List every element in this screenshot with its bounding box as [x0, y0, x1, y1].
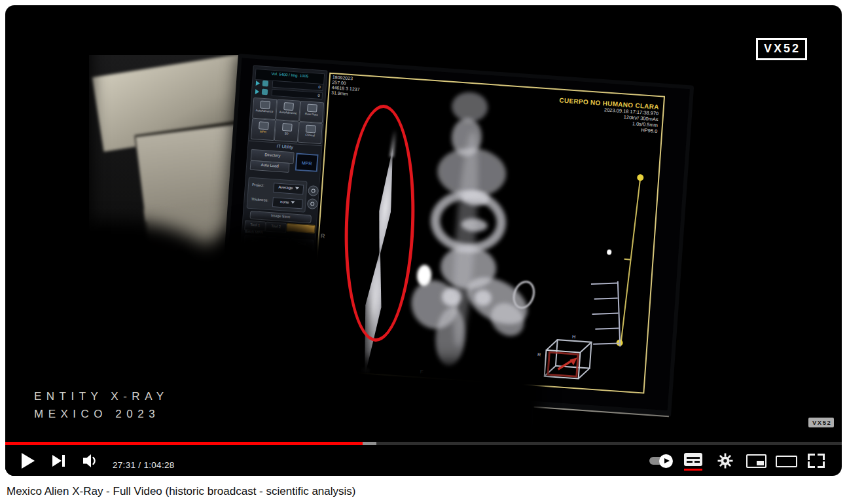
reset-tool-button[interactable]: [307, 198, 318, 209]
subtitles-icon[interactable]: [684, 453, 702, 466]
threed-button[interactable]: 3D: [274, 120, 299, 142]
measure-handle-top[interactable]: [637, 174, 644, 181]
corner-watermark-badge: VX52: [808, 418, 834, 427]
progress-played: [5, 442, 363, 445]
theater-icon[interactable]: [776, 456, 797, 467]
subtitles-active-underline: [684, 469, 702, 471]
measurement-midtick: [624, 259, 630, 261]
chevron-down-icon: [291, 201, 295, 204]
caption-line-2: MEXICO 2023: [34, 405, 169, 423]
rawdata-icon: [307, 104, 317, 113]
miniplayer-icon[interactable]: [746, 454, 766, 468]
project-dropdown[interactable]: Average: [273, 183, 304, 194]
chevron-down-icon: [295, 187, 298, 190]
video-title[interactable]: Mexico Alien X-Ray - Full Video (histori…: [7, 485, 356, 498]
measurement-line[interactable]: [621, 179, 641, 343]
scale-ruler: [591, 281, 621, 347]
video-caption: ENTITY X-RAY MEXICO 2023: [34, 387, 169, 423]
filter-icon[interactable]: [262, 89, 268, 96]
volume-icon[interactable]: [81, 452, 99, 472]
rotate-tool-button[interactable]: [308, 185, 319, 196]
project-label: Project:: [252, 183, 264, 188]
orientation-cube: H R: [540, 337, 604, 387]
channel-watermark-badge: VX52: [756, 38, 807, 60]
advance-arrow-icon[interactable]: [256, 81, 261, 86]
filter-icon[interactable]: [262, 81, 269, 87]
autoadvance-button[interactable]: AutoAdvance: [276, 99, 300, 121]
caption-line-1: ENTITY X-RAY: [34, 387, 169, 405]
clinical-button[interactable]: Clinical: [298, 122, 323, 144]
marker-dot: [607, 249, 612, 255]
time-display: 27:31 / 1:04:28: [113, 460, 175, 470]
autoplay-play-glyph: [664, 458, 670, 463]
video-player[interactable]: Vol. 5400 / Img. 1005 0 0 AutoAdvance Au…: [5, 5, 842, 476]
autoplay-toggle[interactable]: [649, 457, 672, 465]
cube-label-r: R: [537, 352, 541, 357]
settings-gear-icon[interactable]: [717, 453, 733, 471]
osd-top-right: CUERPO NO HUMANO CLARA 2023.09.18 17:17:…: [558, 96, 660, 134]
fullscreen-icon[interactable]: [808, 454, 825, 468]
autoadvance-button[interactable]: AutoAdvance: [252, 98, 277, 120]
rawdata-button[interactable]: Raw Data: [299, 101, 324, 123]
play-icon[interactable]: [22, 453, 35, 469]
projection-groupbox: Project: Average Thickness: none: [247, 177, 308, 213]
clinical-icon: [305, 124, 315, 133]
ct-torso: [397, 88, 538, 378]
cube-label-h: H: [572, 334, 576, 339]
mpr-button[interactable]: MPR: [251, 118, 276, 141]
mpr-mode-display: MPR: [295, 153, 319, 172]
mpr-icon: [259, 121, 269, 130]
left-edge-shadow: [5, 25, 90, 287]
advance-arrow-icon[interactable]: [255, 89, 260, 94]
thickness-dropdown[interactable]: none: [272, 197, 303, 209]
autoadvance-icon: [260, 101, 270, 109]
autoadvance-icon: [283, 102, 294, 111]
threed-icon: [281, 123, 292, 132]
osd-top-left: 18092023 257.00 44618 3 1237 31.9mm: [331, 75, 361, 98]
next-icon[interactable]: [52, 455, 65, 467]
thickness-label: Thickness:: [251, 197, 268, 202]
progress-bar[interactable]: [5, 442, 842, 445]
auto-load-button[interactable]: Auto Load: [250, 160, 290, 173]
